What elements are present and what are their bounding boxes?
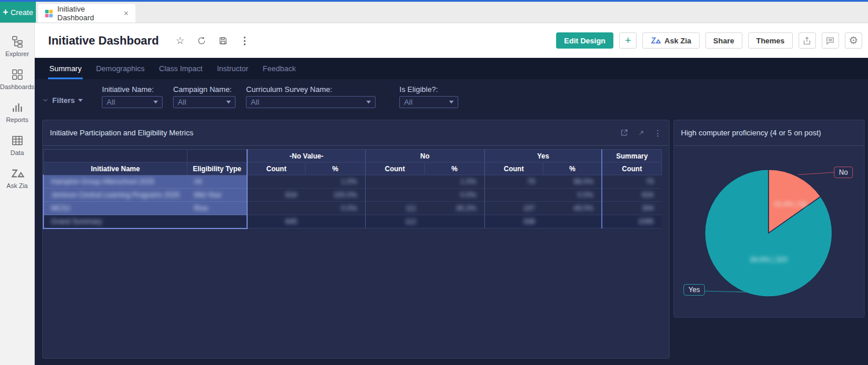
share-button[interactable]: Share <box>705 32 742 49</box>
kebab-menu-icon[interactable]: ⋮ <box>239 35 249 46</box>
caret-down-icon <box>153 101 158 104</box>
group-header-no-value: -No Value- <box>247 150 365 163</box>
table-row: MCSJ Rise 0.0% 111 85.3% 197 49.0% 394 <box>43 202 661 215</box>
sidebar-item-data[interactable]: Data <box>0 129 34 162</box>
sidebar-item-ask-zia[interactable]: Ask Zia <box>0 162 34 195</box>
col-initiative-name[interactable]: Initiative Name <box>43 163 187 175</box>
is-eligible-select[interactable]: All <box>399 96 458 108</box>
tab-demographics[interactable]: Demographics <box>95 58 146 79</box>
select-value: All <box>178 98 186 106</box>
filter-label: Curriculum Survey Name: <box>246 85 376 94</box>
edit-design-button[interactable]: Edit Design <box>556 32 614 49</box>
curriculum-survey-select[interactable]: All <box>246 96 376 108</box>
ask-zia-icon <box>10 167 24 180</box>
dashboard-main: Summary Demographics Class Impact Instru… <box>35 58 868 365</box>
col-eligibility-type[interactable]: Eligibility Type <box>187 163 247 175</box>
card-title: High computer proficiency (4 or 5 on pos… <box>681 128 821 137</box>
yes-leader-line <box>701 291 748 292</box>
filter-campaign-name: Campaign Name: All <box>173 85 236 112</box>
table-group-header-row: -No Value- No Yes Summary <box>43 150 661 163</box>
table-row: Jemison Central Learning Programs 2025 M… <box>43 189 661 202</box>
save-icon[interactable] <box>218 35 228 46</box>
comment-icon <box>825 36 835 46</box>
no-callout-label[interactable]: No <box>834 167 853 178</box>
tab-class-impact[interactable]: Class Impact <box>158 58 204 79</box>
page-title: Initiative Dashboard <box>48 34 159 47</box>
page-header: Initiative Dashboard ☆ ⋮ Edit Design + <box>35 23 868 58</box>
sidebar-item-explorer[interactable]: Explorer <box>0 30 34 63</box>
col-count[interactable]: Count <box>484 163 543 175</box>
tab-summary[interactable]: Summary <box>48 58 83 79</box>
comments-button[interactable] <box>822 32 839 49</box>
filters-bar: Filters Initiative Name: All Campaign Na… <box>35 79 868 112</box>
explorer-icon <box>11 35 24 48</box>
col-count[interactable]: Count <box>365 163 424 175</box>
create-button[interactable]: + Create <box>0 2 36 23</box>
kebab-menu-icon[interactable]: ⋮ <box>654 128 662 138</box>
filter-is-eligible: Is Eligible?: All <box>399 85 458 112</box>
dashboard-grid-icon <box>45 10 53 17</box>
favorite-star-icon[interactable]: ☆ <box>175 35 185 46</box>
initiative-name-select[interactable]: All <box>102 96 163 108</box>
campaign-name-select[interactable]: All <box>173 96 236 108</box>
filters-toggle[interactable]: Filters <box>42 89 102 112</box>
sidebar-item-label: Reports <box>6 116 28 123</box>
close-icon[interactable]: × <box>124 9 128 18</box>
settings-button[interactable]: ⚙ <box>845 32 862 49</box>
document-tab[interactable]: Initiative Dashboard × <box>38 4 135 23</box>
group-header-no: No <box>365 150 484 163</box>
col-pct[interactable]: % <box>543 163 602 175</box>
create-button-label: Create <box>10 8 33 17</box>
col-pct[interactable]: % <box>424 163 484 175</box>
group-header-yes: Yes <box>484 150 602 163</box>
yes-slice-value-label: 84.6% | 320 <box>751 256 788 264</box>
left-sidebar: Explorer Dashboards Reports Data <box>0 23 35 365</box>
sidebar-item-dashboards[interactable]: Dashboards <box>0 63 34 96</box>
select-value: All <box>251 98 259 106</box>
table-row: Hampton Group Afterschool 2025 All 1.0% … <box>43 175 661 189</box>
col-count[interactable]: Count <box>602 163 661 175</box>
browser-tab-bar: + Create Initiative Dashboard × <box>0 0 868 23</box>
caret-down-icon <box>366 101 371 104</box>
no-slice-value-label: 15.4% | 58 <box>774 200 807 208</box>
tab-instructor[interactable]: Instructor <box>216 58 249 79</box>
select-value: All <box>404 98 412 106</box>
no-leader-line <box>798 172 834 175</box>
yes-callout-label[interactable]: Yes <box>683 284 705 296</box>
caret-down-icon <box>226 101 231 104</box>
caret-down-icon <box>78 99 83 102</box>
filter-label: Campaign Name: <box>173 85 236 94</box>
expand-icon[interactable] <box>637 129 645 137</box>
open-in-new-icon[interactable] <box>620 128 628 137</box>
card-title: Initiative Participation and Eligibility… <box>50 128 193 137</box>
caret-down-icon <box>449 101 454 104</box>
select-value: All <box>106 98 115 106</box>
filter-initiative-name: Initiative Name: All <box>102 85 163 112</box>
proficiency-pie-card: High computer proficiency (4 or 5 on pos… <box>674 120 865 318</box>
reports-icon <box>11 101 24 114</box>
dashboard-tabstrip: Summary Demographics Class Impact Instru… <box>35 58 868 79</box>
export-button[interactable] <box>799 32 816 49</box>
filter-curriculum-survey: Curriculum Survey Name: All <box>246 85 376 112</box>
document-tab-title: Initiative Dashboard <box>57 5 119 22</box>
filter-label: Initiative Name: <box>102 85 163 94</box>
ask-zia-button-label: Ask Zia <box>664 36 691 45</box>
refresh-icon[interactable] <box>196 35 207 46</box>
tab-feedback[interactable]: Feedback <box>262 58 297 79</box>
participation-metrics-card: Initiative Participation and Eligibility… <box>42 120 670 359</box>
sidebar-item-label: Data <box>10 149 24 156</box>
ask-zia-button[interactable]: Ask Zia <box>642 32 699 49</box>
themes-button[interactable]: Themes <box>748 32 793 49</box>
zia-icon <box>650 36 661 45</box>
col-pct[interactable]: % <box>305 163 365 175</box>
sidebar-item-reports[interactable]: Reports <box>0 96 34 129</box>
filters-label: Filters <box>52 96 75 105</box>
chevron-down-icon <box>42 97 49 104</box>
add-button[interactable]: + <box>619 32 637 49</box>
pie-chart-area: 15.4% | 58 84.6% | 320 No Yes <box>674 146 864 317</box>
data-table-icon <box>11 134 24 147</box>
sidebar-item-label: Explorer <box>5 50 29 57</box>
dashboards-icon <box>11 68 24 81</box>
filter-label: Is Eligible?: <box>399 85 458 94</box>
col-count[interactable]: Count <box>247 163 305 175</box>
